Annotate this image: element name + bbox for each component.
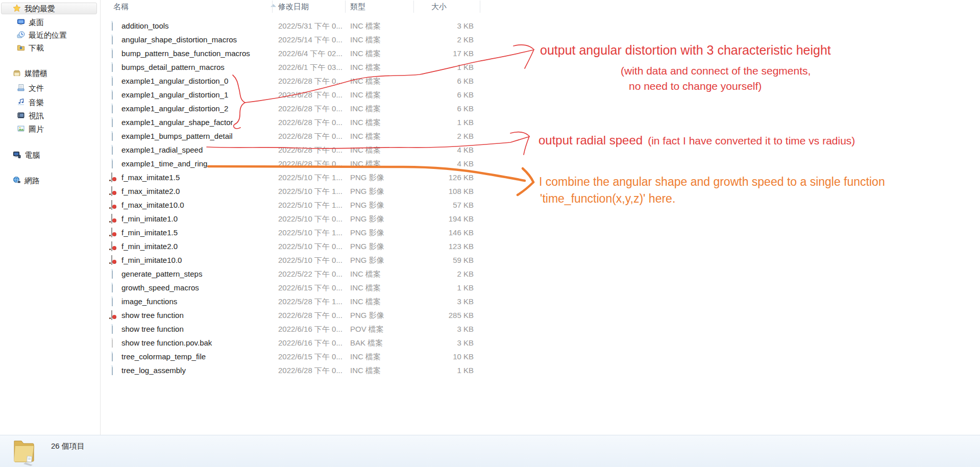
sidebar-item-libraries[interactable]: 媒體櫃 — [0, 67, 100, 80]
file-type: INC 檔案 — [350, 46, 381, 60]
file-name: tree_colormap_temp_file — [121, 350, 206, 363]
file-row[interactable]: example1_radial_speed 2022/6/28 下午 0... … — [101, 143, 980, 157]
file-row[interactable]: addition_tools 2022/5/31 下午 0... INC 檔案 … — [101, 19, 980, 33]
file-type: INC 檔案 — [350, 350, 381, 363]
sidebar-item-pictures[interactable]: 圖片 — [0, 123, 100, 135]
file-row[interactable]: example1_time_and_ring 2022/6/28 下午 0...… — [101, 157, 980, 170]
column-divider[interactable] — [272, 1, 273, 13]
file-row[interactable]: example1_angular_distortion_0 2022/6/28 … — [101, 74, 980, 88]
column-divider[interactable] — [413, 1, 414, 13]
text-file-icon — [112, 104, 113, 113]
column-header-name[interactable]: 名稱 — [113, 2, 129, 12]
file-type: BAK 檔案 — [350, 336, 383, 350]
file-row[interactable]: growth_speed_macros 2022/6/15 下午 0... IN… — [101, 281, 980, 294]
file-size: 1 KB — [386, 363, 474, 377]
sidebar-item-downloads[interactable]: 下載 — [0, 42, 100, 54]
file-date: 2022/5/10 下午 0... — [278, 239, 342, 253]
file-name: image_functions — [121, 294, 177, 308]
text-file-icon — [112, 365, 113, 375]
recent-places-icon — [17, 31, 25, 39]
column-divider[interactable] — [480, 1, 480, 13]
file-row[interactable]: show tree function 2022/6/28 下午 0... PNG… — [101, 308, 980, 322]
file-type: PNG 影像 — [350, 226, 384, 239]
file-row[interactable]: angular_shape_distortion_macros 2022/5/1… — [101, 33, 980, 46]
sidebar-item-label: 媒體櫃 — [24, 69, 47, 79]
column-header-date[interactable]: 修改日期 — [278, 2, 309, 12]
file-row[interactable]: f_min_imitate1.5 2022/5/10 下午 1... PNG 影… — [101, 226, 980, 239]
sidebar-item-documents[interactable]: 文件 — [0, 82, 100, 94]
file-name: example1_radial_speed — [121, 143, 203, 157]
text-file-icon — [112, 35, 113, 44]
libraries-icon — [13, 69, 21, 77]
sidebar-item-label: 網路 — [24, 176, 40, 186]
status-bar: 26 個項目 — [0, 435, 980, 467]
file-row[interactable]: f_max_imitate2.0 2022/5/10 下午 1... PNG 影… — [101, 184, 980, 198]
file-row[interactable]: example1_angular_distortion_1 2022/6/28 … — [101, 88, 980, 102]
file-name: bump_pattern_base_function_macros — [121, 46, 250, 60]
sidebar-item-label: 最近的位置 — [29, 31, 67, 40]
text-file-icon — [112, 352, 113, 361]
blank-file-icon — [112, 338, 113, 348]
file-date: 2022/5/28 下午 1... — [278, 294, 342, 308]
file-date: 2022/5/10 下午 0... — [278, 253, 342, 267]
file-name: addition_tools — [121, 19, 169, 33]
column-header-size[interactable]: 大小 — [431, 2, 447, 12]
file-type: PNG 影像 — [350, 198, 384, 212]
file-row[interactable]: f_min_imitate10.0 2022/5/10 下午 0... PNG … — [101, 253, 980, 267]
file-row[interactable]: image_functions 2022/5/28 下午 1... INC 檔案… — [101, 294, 980, 308]
file-row[interactable]: tree_colormap_temp_file 2022/6/15 下午 0..… — [101, 350, 980, 363]
file-name: show tree function — [121, 322, 184, 336]
file-row[interactable]: f_min_imitate2.0 2022/5/10 下午 0... PNG 影… — [101, 239, 980, 253]
file-date: 2022/6/15 下午 0... — [278, 281, 342, 294]
file-type: INC 檔案 — [350, 363, 381, 377]
file-row[interactable]: bump_pattern_base_function_macros 2022/6… — [101, 46, 980, 60]
file-row[interactable]: example1_angular_shape_factor 2022/6/28 … — [101, 115, 980, 129]
sidebar-item-label: 視訊 — [29, 111, 44, 121]
column-header-type[interactable]: 類型 — [350, 2, 365, 12]
image-file-icon — [111, 173, 112, 182]
image-file-icon — [111, 186, 112, 196]
text-file-icon — [112, 269, 113, 279]
file-type: INC 檔案 — [350, 60, 381, 74]
image-file-icon — [111, 241, 112, 251]
file-row[interactable]: example1_angular_distortion_2 2022/6/28 … — [101, 102, 980, 115]
file-row[interactable]: f_max_imitate10.0 2022/5/10 下午 1... PNG … — [101, 198, 980, 212]
file-size: 17 KB — [386, 46, 474, 60]
text-file-icon — [112, 48, 113, 58]
file-name: f_max_imitate1.5 — [121, 170, 180, 184]
sidebar-item-network[interactable]: 網路 — [0, 175, 100, 187]
file-size: 146 KB — [386, 226, 474, 239]
sidebar-item-videos[interactable]: 視訊 — [0, 110, 100, 122]
file-date: 2022/6/28 下午 0... — [278, 143, 342, 157]
file-row[interactable]: tree_log_assembly 2022/6/28 下午 0... INC … — [101, 363, 980, 377]
file-name: f_min_imitate2.0 — [121, 239, 178, 253]
file-size: 1 KB — [386, 281, 474, 294]
sidebar-item-recent-places[interactable]: 最近的位置 — [0, 29, 100, 41]
file-name: growth_speed_macros — [121, 281, 199, 294]
navigation-pane: 我的最愛 桌面 最近的位置 下載 媒體櫃 文件 音樂 — [0, 0, 101, 435]
sidebar-item-favorites[interactable]: 我的最愛 — [0, 3, 100, 15]
file-date: 2022/6/16 下午 0... — [278, 336, 342, 350]
file-row[interactable]: show tree function.pov.bak 2022/6/16 下午 … — [101, 336, 980, 350]
file-name: example1_time_and_ring — [121, 157, 207, 170]
sidebar-item-desktop[interactable]: 桌面 — [0, 16, 100, 29]
text-file-icon — [112, 62, 113, 72]
file-row[interactable]: show tree function 2022/6/16 下午 0... POV… — [101, 322, 980, 336]
file-size: 285 KB — [386, 308, 474, 322]
sidebar-item-label: 電腦 — [24, 151, 40, 160]
file-row[interactable]: example1_bumps_pattern_detail 2022/6/28 … — [101, 129, 980, 143]
file-row[interactable]: f_min_imitate1.0 2022/5/10 下午 0... PNG 影… — [101, 212, 980, 226]
file-row[interactable]: generate_pattern_steps 2022/5/22 下午 0...… — [101, 267, 980, 281]
file-row[interactable]: bumps_detail_pattern_macros 2022/6/1 下午 … — [101, 60, 980, 74]
sidebar-item-music[interactable]: 音樂 — [0, 96, 100, 109]
file-size: 123 KB — [386, 239, 474, 253]
pictures-icon — [17, 125, 25, 133]
file-date: 2022/5/22 下午 0... — [278, 267, 342, 281]
file-size: 1 KB — [386, 60, 474, 74]
file-size: 10 KB — [386, 350, 474, 363]
column-divider[interactable] — [345, 1, 346, 13]
desktop-icon — [17, 18, 25, 26]
sidebar-item-label: 音樂 — [29, 98, 44, 108]
file-row[interactable]: f_max_imitate1.5 2022/5/10 下午 1... PNG 影… — [101, 170, 980, 184]
sidebar-item-computer[interactable]: 電腦 — [0, 149, 100, 161]
